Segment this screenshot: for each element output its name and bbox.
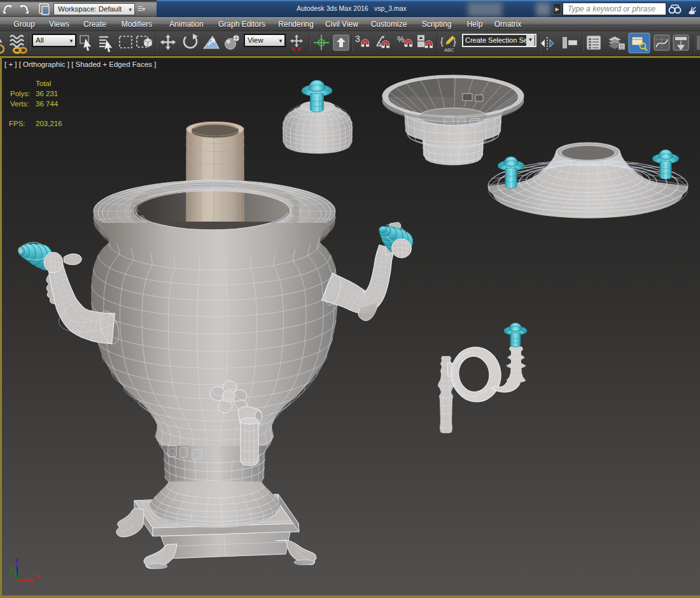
svg-text:z: z [15,557,18,564]
svg-text:x: x [36,573,40,580]
svg-text:y: y [10,566,14,573]
svg-text:%: % [397,34,405,44]
svg-text:{: { [440,36,444,46]
svg-text:ABC: ABC [444,47,454,53]
svg-text:3: 3 [355,34,360,44]
